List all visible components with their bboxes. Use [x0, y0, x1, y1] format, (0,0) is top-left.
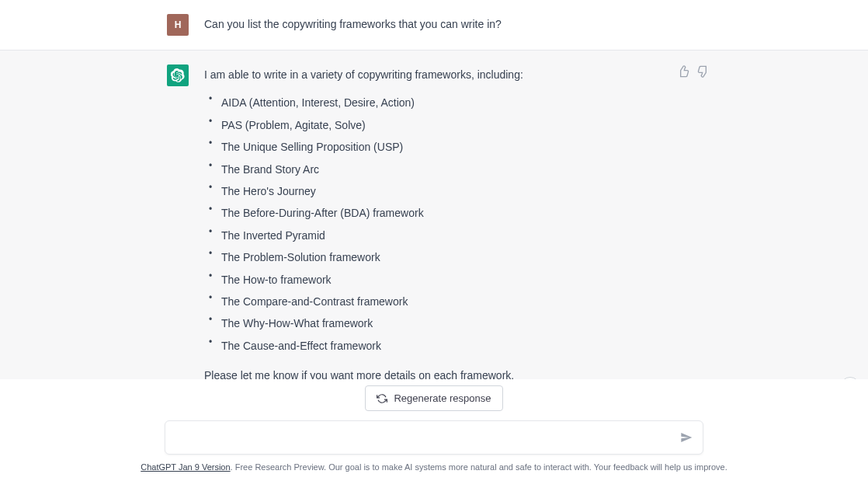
list-item: PAS (Problem, Agitate, Solve) [214, 117, 710, 134]
footer-rest: . Free Research Preview. Our goal is to … [231, 462, 727, 472]
list-item: The Why-How-What framework [214, 315, 710, 332]
version-link[interactable]: ChatGPT Jan 9 Version [141, 462, 230, 472]
thumbs-down-icon [697, 65, 710, 78]
list-item: The Hero's Journey [214, 183, 710, 200]
footer-text: ChatGPT Jan 9 Version. Free Research Pre… [0, 462, 868, 472]
thumbs-up-button[interactable] [676, 64, 690, 78]
assistant-avatar [167, 64, 189, 86]
assistant-intro: I am able to write in a variety of copyw… [204, 66, 710, 83]
thumbs-down-button[interactable] [696, 64, 710, 78]
list-item: The How-to framework [214, 271, 710, 288]
list-item: The Before-During-After (BDA) framework [214, 204, 710, 221]
assistant-message-content: I am able to write in a variety of copyw… [204, 64, 710, 395]
user-avatar: H [167, 14, 189, 36]
regenerate-label: Regenerate response [394, 392, 491, 404]
framework-list: AIDA (Attention, Interest, Desire, Actio… [204, 94, 710, 354]
list-item: The Problem-Solution framework [214, 249, 710, 266]
send-icon [680, 431, 693, 444]
openai-logo-icon [171, 68, 185, 82]
list-item: AIDA (Attention, Interest, Desire, Actio… [214, 94, 710, 111]
user-message-row: H Can you list the copywriting framework… [0, 0, 868, 51]
thumbs-up-icon [677, 65, 689, 78]
send-button[interactable] [679, 430, 694, 445]
regenerate-button[interactable]: Regenerate response [365, 385, 502, 411]
user-message-text: Can you list the copywriting frameworks … [204, 14, 710, 36]
chat-input[interactable] [165, 420, 703, 455]
refresh-icon [377, 393, 387, 404]
user-avatar-letter: H [175, 19, 182, 30]
list-item: The Cause-and-Effect framework [214, 337, 710, 354]
list-item: The Unique Selling Proposition (USP) [214, 138, 710, 155]
list-item: The Brand Story Arc [214, 161, 710, 178]
feedback-controls [676, 64, 710, 78]
list-item: The Compare-and-Contrast framework [214, 293, 710, 310]
assistant-message-row: I am able to write in a variety of copyw… [0, 51, 868, 410]
bottom-bar: Regenerate response ChatGPT Jan 9 Versio… [0, 379, 868, 481]
list-item: The Inverted Pyramid [214, 227, 710, 244]
